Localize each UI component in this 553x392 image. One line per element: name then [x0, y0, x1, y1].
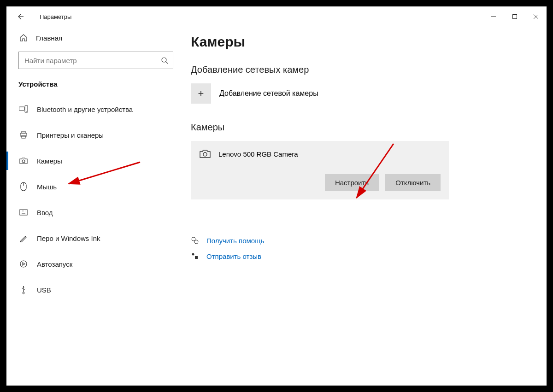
sidebar-item-label: Камеры — [37, 157, 62, 165]
sidebar-item-cameras[interactable]: Камеры — [6, 148, 182, 174]
device-header: Lenovo 500 RGB Camera — [199, 149, 441, 158]
mouse-icon — [18, 182, 29, 191]
get-help-link[interactable]: Получить помощь — [206, 237, 264, 245]
window-controls — [483, 9, 547, 24]
sidebar-item-pen[interactable]: Перо и Windows Ink — [6, 225, 182, 251]
titlebar: Параметры — [6, 6, 547, 27]
svg-point-12 — [22, 160, 25, 163]
plus-icon: + — [191, 83, 211, 104]
svg-point-4 — [162, 58, 166, 62]
svg-point-24 — [203, 152, 207, 156]
sidebar-item-autoplay[interactable]: Автозапуск — [6, 251, 182, 277]
sidebar: Главная Устройства Bluetooth и другие ус… — [6, 27, 182, 386]
window-title: Параметры — [40, 13, 71, 20]
svg-point-8 — [26, 111, 26, 111]
sidebar-item-usb[interactable]: USB — [6, 277, 182, 303]
usb-icon — [18, 285, 29, 294]
svg-rect-6 — [19, 107, 24, 111]
arrow-left-icon — [17, 13, 24, 20]
back-button[interactable] — [10, 6, 30, 27]
close-icon — [533, 14, 539, 19]
keyboard-icon — [18, 209, 29, 216]
camera-device-card[interactable]: Lenovo 500 RGB Camera Настроить Отключит… — [191, 141, 449, 199]
camera-icon — [18, 157, 29, 164]
sidebar-item-label: Принтеры и сканеры — [37, 131, 104, 139]
sidebar-item-label: Bluetooth и другие устройства — [37, 105, 133, 113]
sidebar-item-label: Автозапуск — [37, 260, 72, 268]
feedback-row: Отправить отзыв — [191, 252, 537, 260]
svg-point-21 — [20, 261, 27, 267]
svg-rect-28 — [195, 256, 198, 259]
minimize-button[interactable] — [483, 9, 504, 24]
sidebar-item-label: Перо и Windows Ink — [37, 234, 100, 242]
help-links: Получить помощь Отправить отзыв — [191, 236, 537, 260]
sidebar-item-typing[interactable]: Ввод — [6, 199, 182, 225]
sidebar-item-mouse[interactable]: Мышь — [6, 174, 182, 199]
add-network-camera-label: Добавление сетевой камеры — [219, 89, 318, 98]
help-icon — [191, 236, 200, 245]
svg-point-26 — [194, 240, 198, 244]
svg-point-27 — [192, 253, 194, 256]
main-content: Камеры Добавление сетевых камер + Добавл… — [191, 34, 537, 386]
svg-point-25 — [192, 237, 195, 241]
home-icon — [18, 34, 29, 42]
sidebar-item-label: Ввод — [37, 209, 53, 216]
help-row: Получить помощь — [191, 236, 537, 245]
sidebar-home[interactable]: Главная — [6, 27, 182, 49]
minimize-icon — [491, 14, 496, 19]
printer-icon — [18, 131, 29, 139]
pen-icon — [18, 234, 29, 242]
close-button[interactable] — [525, 9, 547, 24]
sidebar-home-label: Главная — [36, 34, 62, 42]
svg-rect-1 — [513, 15, 517, 19]
devices-icon — [18, 105, 29, 113]
search-input[interactable] — [24, 57, 161, 64]
svg-rect-9 — [22, 131, 25, 133]
search-box[interactable] — [18, 52, 173, 69]
maximize-button[interactable] — [504, 9, 525, 24]
sidebar-item-label: USB — [37, 286, 51, 294]
svg-rect-10 — [20, 133, 27, 136]
disable-button[interactable]: Отключить — [385, 174, 441, 191]
settings-window: Параметры Главная Устройства Bluetooth и… — [6, 6, 547, 386]
send-feedback-link[interactable]: Отправить отзыв — [206, 252, 261, 260]
camera-icon — [199, 149, 211, 158]
feedback-icon — [191, 252, 200, 260]
device-actions: Настроить Отключить — [199, 174, 441, 191]
svg-line-5 — [166, 62, 168, 64]
list-section-title: Камеры — [191, 122, 537, 133]
sidebar-item-printers[interactable]: Принтеры и сканеры — [6, 122, 182, 148]
autoplay-icon — [18, 260, 29, 268]
add-network-camera[interactable]: + Добавление сетевой камеры — [191, 83, 537, 104]
sidebar-section-label: Устройства — [6, 76, 182, 96]
maximize-icon — [512, 14, 518, 19]
page-title: Камеры — [191, 34, 537, 50]
device-name: Lenovo 500 RGB Camera — [218, 150, 298, 158]
search-icon — [161, 57, 168, 64]
sidebar-item-label: Мышь — [37, 183, 57, 191]
svg-rect-11 — [22, 135, 25, 138]
sidebar-item-bluetooth[interactable]: Bluetooth и другие устройства — [6, 96, 182, 122]
svg-rect-15 — [19, 210, 28, 215]
add-section-title: Добавление сетевых камер — [191, 64, 537, 75]
configure-button[interactable]: Настроить — [325, 174, 379, 191]
